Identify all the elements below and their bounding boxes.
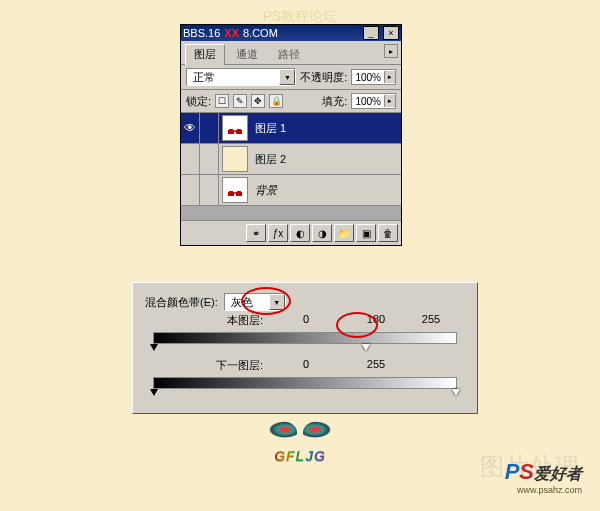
link-icon[interactable]: ⚭ bbox=[246, 224, 266, 242]
blend-mode-dropdown[interactable]: 正常 ▼ bbox=[186, 68, 296, 86]
panel-bottom-toolbar: ⚭ ƒx ◐ ◑ 📁 ▣ 🗑 bbox=[181, 221, 401, 245]
panel-tabs: 图层 通道 路径 ▸ bbox=[181, 41, 401, 65]
blend-mode-value: 正常 bbox=[187, 70, 221, 85]
dragon-icon bbox=[255, 420, 345, 446]
layer-name-label: 背景 bbox=[255, 183, 277, 198]
this-layer-label: 本图层: bbox=[145, 313, 271, 328]
opacity-value: 100% bbox=[352, 72, 384, 83]
slider-white-handle[interactable] bbox=[452, 389, 460, 396]
this-layer-slider[interactable] bbox=[153, 332, 457, 344]
layer-row-1[interactable]: 👁 图层 1 bbox=[181, 113, 401, 144]
layer-empty-area bbox=[181, 206, 401, 221]
slider-black-handle[interactable] bbox=[150, 389, 158, 396]
tab-paths[interactable]: 路径 bbox=[269, 44, 309, 64]
lock-fill-row: 锁定: ☐ ✎ ✥ 🔒 填充: 100% ▸ bbox=[181, 90, 401, 113]
layer-row-2[interactable]: 图层 2 bbox=[181, 144, 401, 175]
annotation-circle bbox=[336, 312, 378, 338]
ps-logo-url: www.psahz.com bbox=[517, 485, 582, 495]
visibility-toggle[interactable] bbox=[181, 175, 200, 205]
new-layer-icon[interactable]: ▣ bbox=[356, 224, 376, 242]
folder-icon[interactable]: 📁 bbox=[334, 224, 354, 242]
layer-thumbnail[interactable] bbox=[222, 146, 248, 172]
slider-black-handle[interactable] bbox=[150, 344, 158, 351]
title-part2: XX bbox=[224, 27, 239, 39]
logo-s: S bbox=[519, 459, 534, 484]
blend-band-row: 混合颜色带(E): 灰色 ▼ bbox=[145, 293, 465, 311]
slider-white-handle[interactable] bbox=[362, 344, 370, 351]
panel-menu-button[interactable]: ▸ bbox=[384, 44, 398, 58]
next-layer-low: 0 bbox=[271, 358, 341, 373]
blend-if-panel: 混合颜色带(E): 灰色 ▼ 本图层: 0 180 255 下一图层: 0 25… bbox=[132, 282, 478, 414]
title-part3: 8.COM bbox=[243, 27, 278, 39]
trash-icon[interactable]: 🗑 bbox=[378, 224, 398, 242]
window-controls: _ × bbox=[362, 26, 399, 41]
fx-icon[interactable]: ƒx bbox=[268, 224, 288, 242]
close-button[interactable]: × bbox=[383, 26, 399, 40]
annotation-circle bbox=[241, 287, 291, 315]
link-toggle[interactable] bbox=[200, 144, 219, 174]
lock-label: 锁定: bbox=[186, 94, 211, 109]
link-toggle[interactable] bbox=[200, 175, 219, 205]
this-layer-max: 255 bbox=[411, 313, 451, 328]
fill-input[interactable]: 100% ▸ bbox=[351, 93, 396, 109]
layer-name-label: 图层 1 bbox=[255, 121, 286, 136]
eye-icon: 👁 bbox=[184, 122, 196, 134]
adjustment-icon[interactable]: ◑ bbox=[312, 224, 332, 242]
lock-position-icon[interactable]: ✥ bbox=[251, 94, 265, 108]
chevron-down-icon: ▼ bbox=[279, 69, 295, 85]
next-layer-label: 下一图层: bbox=[145, 358, 271, 373]
tab-layers[interactable]: 图层 bbox=[185, 44, 225, 65]
layers-panel: BBS.16XX8.COM _ × 图层 通道 路径 ▸ 正常 ▼ 不透明度: … bbox=[180, 24, 402, 246]
logo-p: P bbox=[505, 459, 520, 484]
fill-label: 填充: bbox=[322, 94, 347, 109]
opacity-label: 不透明度: bbox=[300, 70, 347, 85]
fill-value: 100% bbox=[352, 96, 384, 107]
link-toggle[interactable] bbox=[200, 113, 219, 143]
tab-channels[interactable]: 通道 bbox=[227, 44, 267, 64]
blend-opacity-row: 正常 ▼ 不透明度: 100% ▸ bbox=[181, 65, 401, 90]
visibility-toggle[interactable]: 👁 bbox=[181, 113, 200, 143]
layer-row-background[interactable]: 背景 bbox=[181, 175, 401, 206]
next-layer-high: 255 bbox=[341, 358, 411, 373]
next-layer-slider[interactable] bbox=[153, 377, 457, 389]
ps-logo-main: PS爱好者 bbox=[505, 459, 582, 485]
layer-thumbnail[interactable] bbox=[222, 115, 248, 141]
logo-cn: 爱好者 bbox=[534, 465, 582, 482]
layer-thumbnail[interactable] bbox=[222, 177, 248, 203]
panel-titlebar: BBS.16XX8.COM _ × bbox=[181, 25, 401, 41]
logo-text: GFLJG bbox=[274, 448, 326, 464]
lock-transparency-icon[interactable]: ☐ bbox=[215, 94, 229, 108]
this-layer-values: 本图层: 0 180 255 bbox=[145, 313, 465, 328]
opacity-input[interactable]: 100% ▸ bbox=[351, 69, 396, 85]
layer-name-label: 图层 2 bbox=[255, 152, 286, 167]
mask-icon[interactable]: ◐ bbox=[290, 224, 310, 242]
chevron-right-icon: ▸ bbox=[384, 95, 395, 107]
titlebar-text: BBS.16XX8.COM bbox=[183, 27, 278, 39]
blend-band-label: 混合颜色带(E): bbox=[145, 295, 218, 310]
next-layer-values: 下一图层: 0 255 bbox=[145, 358, 465, 373]
lock-all-icon[interactable]: 🔒 bbox=[269, 94, 283, 108]
this-layer-low: 0 bbox=[271, 313, 341, 328]
minimize-button[interactable]: _ bbox=[363, 26, 379, 40]
lock-pixels-icon[interactable]: ✎ bbox=[233, 94, 247, 108]
chevron-right-icon: ▸ bbox=[384, 71, 395, 83]
layer-list: 👁 图层 1 图层 2 背景 bbox=[181, 113, 401, 221]
title-part1: BBS.16 bbox=[183, 27, 220, 39]
ps-site-logo: PS爱好者 www.psahz.com bbox=[505, 459, 582, 495]
visibility-toggle[interactable] bbox=[181, 144, 200, 174]
